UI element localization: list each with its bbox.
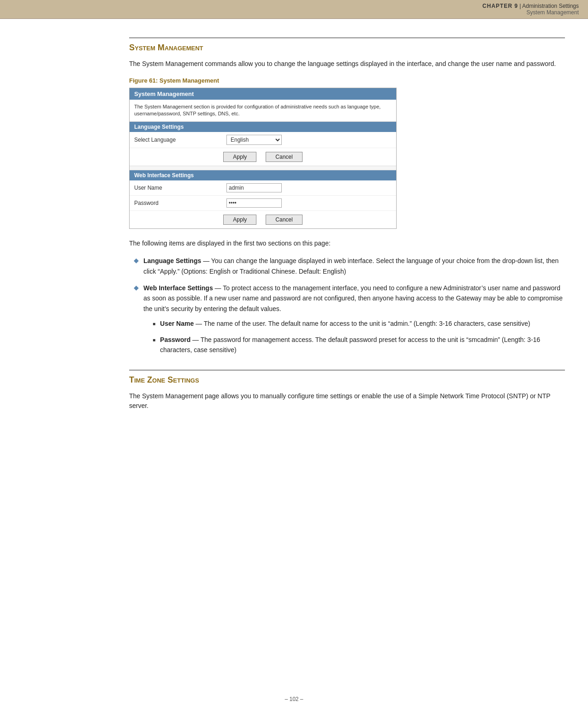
section2-divider [129, 370, 565, 371]
username-input[interactable] [226, 183, 282, 192]
bullet-diamond-2: ◆ [134, 284, 139, 291]
bullets-section: ◆ Language Settings — You can change the… [129, 256, 565, 360]
password-label: Password [134, 200, 226, 206]
username-control [226, 183, 282, 192]
section1-divider [129, 37, 565, 38]
bullet-diamond-1: ◆ [134, 257, 139, 264]
chapter-label: Chapter 9 [482, 3, 518, 9]
sub-bullet-password: ■ Password — The password for management… [153, 335, 565, 355]
web-cancel-button[interactable]: Cancel [266, 215, 302, 225]
sub-bullet-username-desc: — The name of the user. The default name… [196, 320, 530, 327]
sub-bullet-password-title: Password [160, 336, 190, 343]
password-input[interactable] [226, 198, 282, 208]
figure-caption: Figure 61: System Management [129, 77, 565, 84]
password-control [226, 198, 282, 208]
select-language-label: Select Language [134, 137, 226, 143]
bullet-language: ◆ Language Settings — You can change the… [134, 256, 565, 276]
section2-description: The System Management page allows you to… [129, 391, 565, 411]
web-section-header: Web Interface Settings [130, 170, 396, 180]
sub-bullet-password-desc: — The password for management access. Th… [160, 336, 540, 354]
web-button-row: Apply Cancel [130, 211, 396, 228]
section1-heading: System Management [129, 43, 565, 53]
language-control: English Traditional Chinese [226, 135, 282, 145]
header-subtitle: System Management [482, 9, 579, 16]
section-gap [130, 166, 396, 170]
section2-heading: Time Zone Settings [129, 375, 565, 385]
sub-bullet-username: ■ User Name — The name of the user. The … [153, 318, 565, 329]
page-number: – 102 – [285, 696, 303, 702]
bullet-web-text: Web Interface Settings — To protect acce… [143, 283, 565, 360]
section1-description: The System Management commands allow you… [129, 59, 565, 69]
language-select[interactable]: English Traditional Chinese [226, 135, 282, 145]
sub-bullet-username-title: User Name [160, 320, 194, 327]
page-footer: – 102 – [0, 691, 588, 707]
username-row: User Name [130, 180, 396, 196]
sub-bullets: ■ User Name — The name of the user. The … [143, 318, 565, 355]
right-col: System Management The System Management … [125, 19, 588, 682]
bullet-square-2: ■ [153, 336, 155, 344]
header-chapter-title: Administration Settings [522, 3, 579, 9]
web-apply-button[interactable]: Apply [223, 215, 256, 225]
bullet-language-text: Language Settings — You can change the l… [143, 256, 565, 276]
bullet-square-1: ■ [153, 320, 155, 328]
system-management-box: System Management The System Management … [129, 88, 397, 229]
language-button-row: Apply Cancel [130, 148, 396, 166]
password-row: Password [130, 196, 396, 211]
language-apply-button[interactable]: Apply [223, 152, 256, 162]
bullet-language-desc: — You can change the language displayed … [143, 257, 558, 275]
bullet-web-title: Web Interface Settings [143, 284, 213, 292]
bullet-web: ◆ Web Interface Settings — To protect ac… [134, 283, 565, 360]
sm-box-title: System Management [130, 88, 396, 100]
language-section-header: Language Settings [130, 122, 396, 132]
bullet-language-title: Language Settings [143, 257, 201, 264]
page-wrapper: Chapter 9 | Administration Settings Syst… [0, 0, 588, 707]
page-header: Chapter 9 | Administration Settings Syst… [0, 0, 588, 19]
left-col [0, 19, 125, 682]
header-line1: Chapter 9 | Administration Settings [482, 3, 579, 9]
sub-bullet-password-text: Password — The password for management a… [160, 335, 565, 355]
username-label: User Name [134, 185, 226, 191]
body-wrapper: System Management The System Management … [0, 19, 588, 682]
sm-box-description: The System Management section is provide… [130, 100, 396, 122]
language-cancel-button[interactable]: Cancel [266, 152, 302, 162]
header-right: Chapter 9 | Administration Settings Syst… [482, 3, 579, 16]
sub-bullet-username-text: User Name — The name of the user. The de… [160, 318, 530, 329]
body-intro: The following items are displayed in the… [129, 238, 565, 248]
language-row: Select Language English Traditional Chin… [130, 132, 396, 148]
